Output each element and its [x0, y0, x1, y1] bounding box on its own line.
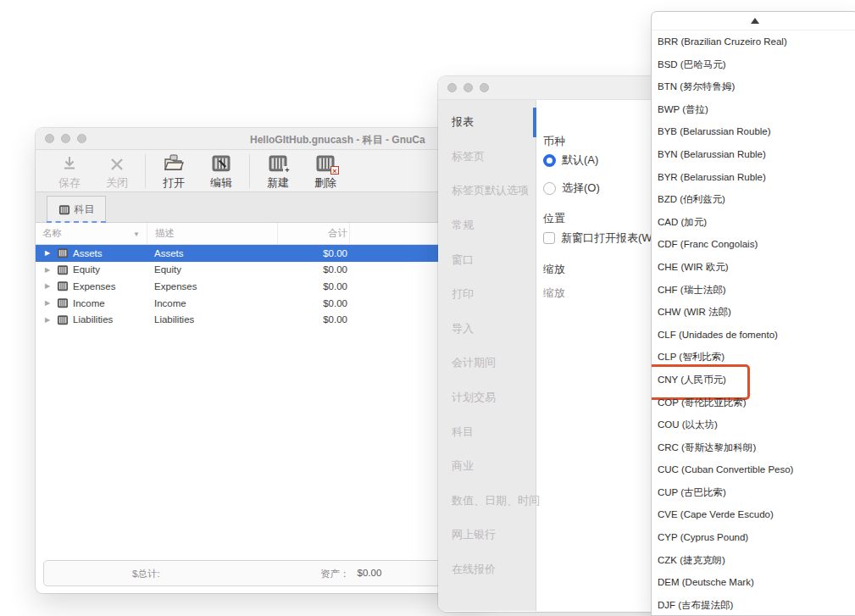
edit-button[interactable]: 编辑: [197, 152, 245, 191]
currency-choose-option[interactable]: 选择(O): [543, 180, 600, 196]
currency-default-option[interactable]: 默认(A): [543, 153, 598, 168]
account-name: Expenses: [73, 281, 116, 291]
currency-list: BRR (Brazilian Cruzeiro Real) BSD (巴哈马元)…: [652, 31, 855, 616]
radio-selected-icon[interactable]: [543, 154, 556, 167]
currency-option[interactable]: CZK (捷克克朗): [652, 549, 855, 572]
currency-option[interactable]: CHF (瑞士法郎): [652, 279, 855, 302]
account-total: $0.00: [277, 281, 349, 291]
sidebar-item[interactable]: 导入: [438, 312, 536, 347]
sidebar-item[interactable]: 报表: [438, 105, 536, 140]
sidebar-item[interactable]: 标签页: [438, 140, 536, 175]
open-report-new-window-option[interactable]: 新窗口打开报表(W): [543, 230, 656, 246]
account-description: Liabilities: [147, 314, 277, 325]
column-header-total[interactable]: 合计: [277, 223, 349, 244]
currency-option[interactable]: BYB (Belarussian Rouble): [652, 120, 855, 143]
sidebar-item[interactable]: 网上银行: [438, 518, 536, 552]
close-button[interactable]: 关闭: [93, 152, 141, 191]
tab-bar: 科目: [36, 192, 487, 223]
assets-label: 资产：: [320, 568, 350, 580]
sort-indicator-icon: ▼: [133, 230, 140, 238]
expander-triangle-icon[interactable]: ▶: [45, 266, 53, 274]
account-total: $0.00: [277, 298, 349, 308]
checkbox-icon[interactable]: [543, 232, 555, 244]
open-button[interactable]: 打开: [150, 152, 197, 191]
currency-option[interactable]: CNY (人民币元): [652, 369, 855, 391]
toolbar-separator: [249, 154, 250, 188]
account-row[interactable]: ▶ Income Income $0.00: [36, 295, 487, 312]
sidebar-item[interactable]: 计划交易: [438, 380, 536, 415]
column-header-name[interactable]: 名称 ▼: [36, 223, 147, 244]
expander-triangle-icon[interactable]: ▶: [45, 282, 53, 290]
expander-triangle-icon[interactable]: ▶: [45, 316, 53, 324]
delete-account-button[interactable]: × 删除: [302, 152, 349, 191]
account-row[interactable]: ▶ Assets Assets $0.00: [36, 245, 487, 262]
currency-option[interactable]: CHW (WIR 法郎): [652, 301, 855, 324]
currency-option[interactable]: BZD (伯利兹元): [652, 188, 855, 211]
currency-option[interactable]: CLP (智利比索): [652, 346, 855, 369]
currency-option[interactable]: CDF (Franc Congolais): [652, 233, 855, 256]
currency-option[interactable]: DJF (吉布提法郎): [652, 594, 855, 616]
currency-option[interactable]: CHE (WIR 欧元): [652, 256, 855, 279]
account-icon: [57, 297, 69, 308]
account-row[interactable]: ▶ Equity Equity $0.00: [36, 262, 487, 279]
currency-option[interactable]: CYP (Cyprus Pound): [652, 526, 855, 549]
currency-option[interactable]: BSD (巴哈马元): [652, 53, 855, 76]
close-window-button[interactable]: [45, 134, 54, 143]
sidebar-item[interactable]: 商业: [438, 449, 536, 484]
account-description: Expenses: [147, 281, 277, 291]
currency-option[interactable]: BTN (努尔特鲁姆): [652, 75, 855, 98]
currency-option[interactable]: CUP (古巴比索): [652, 481, 855, 504]
account-row[interactable]: ▶ Expenses Expenses $0.00: [36, 278, 487, 295]
currency-option[interactable]: CRC (哥斯达黎加科朗): [652, 436, 855, 459]
currency-option[interactable]: CVE (Cape Verde Escudo): [652, 503, 855, 526]
account-total: $0.00: [277, 248, 349, 258]
sidebar-item[interactable]: 标签页默认选项: [438, 174, 536, 208]
traffic-lights: [45, 134, 86, 143]
scroll-up-arrow-icon: [751, 18, 759, 24]
currency-option[interactable]: DEM (Deutsche Mark): [652, 571, 855, 594]
zoom-window-button[interactable]: [77, 134, 86, 143]
accounts-titlebar[interactable]: HelloGItHub.gnucash - 科目 - GnuCa: [36, 128, 487, 150]
sidebar-item[interactable]: 科目: [438, 414, 536, 449]
save-icon: [60, 152, 79, 173]
currency-option[interactable]: BYN (Belarussian Ruble): [652, 143, 855, 166]
account-name: Income: [73, 298, 105, 308]
new-account-icon: +: [268, 152, 288, 173]
currency-option[interactable]: CAD (加元): [652, 211, 855, 234]
account-name: Liabilities: [73, 314, 113, 325]
zoom-window-button[interactable]: [480, 83, 489, 92]
new-account-button[interactable]: + 新建: [254, 152, 302, 191]
sidebar-item[interactable]: 数值、日期、时间: [438, 484, 536, 519]
minimize-window-button[interactable]: [464, 83, 473, 92]
currency-option[interactable]: BYR (Belarussian Ruble): [652, 166, 855, 189]
expander-triangle-icon[interactable]: ▶: [45, 249, 53, 257]
account-icon: [57, 264, 69, 275]
zoom-section-heading: 缩放: [543, 262, 565, 277]
sidebar-item[interactable]: 会计期间: [438, 346, 536, 380]
sidebar-item[interactable]: 打印: [438, 277, 536, 312]
dropdown-scroll-up[interactable]: [652, 12, 855, 31]
accounts-table: ▶ Assets Assets $0.00 ▶: [36, 245, 487, 328]
currency-option[interactable]: BRR (Brazilian Cruzeiro Real): [652, 31, 855, 53]
save-button[interactable]: 保存: [46, 152, 93, 191]
sidebar-item[interactable]: 在线报价: [438, 552, 536, 587]
location-section-heading: 位置: [543, 211, 565, 226]
radio-unselected-icon[interactable]: [543, 182, 556, 195]
account-total: $0.00: [277, 314, 349, 325]
currency-option[interactable]: CUC (Cuban Convertible Peso): [652, 458, 855, 481]
currency-option[interactable]: COP (哥伦比亚比索): [652, 391, 855, 414]
account-row[interactable]: ▶ Liabilities Liabilities $0.00: [36, 311, 487, 328]
expander-triangle-icon[interactable]: ▶: [45, 299, 53, 307]
accounts-window: HelloGItHub.gnucash - 科目 - GnuCa 保存 关闭: [36, 128, 487, 593]
account-total: $0.00: [277, 264, 349, 275]
column-header-description[interactable]: 描述: [147, 223, 277, 244]
minimize-window-button[interactable]: [61, 134, 70, 143]
currency-option[interactable]: BWP (普拉): [652, 98, 855, 121]
sidebar-item[interactable]: 常规: [438, 208, 536, 243]
sidebar-item[interactable]: 窗口: [438, 242, 536, 277]
currency-option[interactable]: COU (以太坊): [652, 413, 855, 436]
currency-option[interactable]: CLF (Unidades de fomento): [652, 324, 855, 347]
close-window-button[interactable]: [447, 83, 457, 92]
tab-accounts[interactable]: 科目: [47, 196, 106, 223]
account-name: Equity: [73, 264, 100, 275]
